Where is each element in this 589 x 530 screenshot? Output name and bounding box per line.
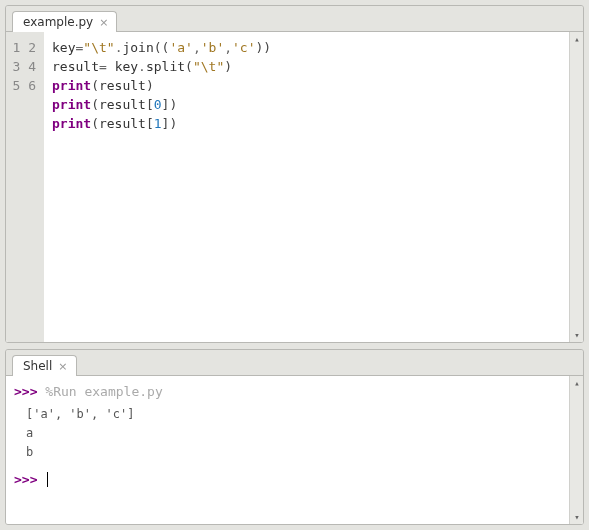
shell-area[interactable]: >>> %Run example.py['a', 'b', 'c']ab>>> <box>6 376 569 524</box>
shell-tab-label: Shell <box>23 359 52 373</box>
shell-output-line: ['a', 'b', 'c'] <box>22 405 561 424</box>
shell-prompt: >>> <box>14 472 37 487</box>
code-line: print(result[0]) <box>52 95 561 114</box>
code-line: print(result) <box>52 76 561 95</box>
editor-content: 1 2 3 4 5 6 key="\t".join(('a','b','c'))… <box>6 32 583 342</box>
line-gutter: 1 2 3 4 5 6 <box>6 32 44 342</box>
editor-tab-label: example.py <box>23 15 93 29</box>
shell-prompt: >>> <box>14 384 37 399</box>
editor-tabbar: example.py × <box>6 6 583 32</box>
editor-tab[interactable]: example.py × <box>12 11 117 32</box>
code-line: print(result[1]) <box>52 114 561 133</box>
shell-output-line: a <box>22 424 561 443</box>
shell-scrollbar[interactable]: ▴ ▾ <box>569 376 583 524</box>
editor-scrollbar[interactable]: ▴ ▾ <box>569 32 583 342</box>
shell-tabbar: Shell × <box>6 350 583 376</box>
shell-panel: Shell × >>> %Run example.py['a', 'b', 'c… <box>5 349 584 525</box>
scroll-down-icon[interactable]: ▾ <box>572 330 582 340</box>
shell-output-line: b <box>22 443 561 462</box>
shell-content: >>> %Run example.py['a', 'b', 'c']ab>>> … <box>6 376 583 524</box>
editor-panel: example.py × 1 2 3 4 5 6 key="\t".join((… <box>5 5 584 343</box>
scroll-up-icon[interactable]: ▴ <box>572 34 582 44</box>
code-line: key="\t".join(('a','b','c')) <box>52 38 561 57</box>
cursor <box>47 472 48 487</box>
close-icon[interactable]: × <box>99 16 108 29</box>
scroll-up-icon[interactable]: ▴ <box>572 378 582 388</box>
code-line <box>52 133 561 152</box>
code-line: result= key.split("\t") <box>52 57 561 76</box>
run-command: %Run example.py <box>45 384 162 399</box>
shell-tab[interactable]: Shell × <box>12 355 77 376</box>
scroll-down-icon[interactable]: ▾ <box>572 512 582 522</box>
code-area[interactable]: key="\t".join(('a','b','c'))result= key.… <box>44 32 569 342</box>
close-icon[interactable]: × <box>58 360 67 373</box>
